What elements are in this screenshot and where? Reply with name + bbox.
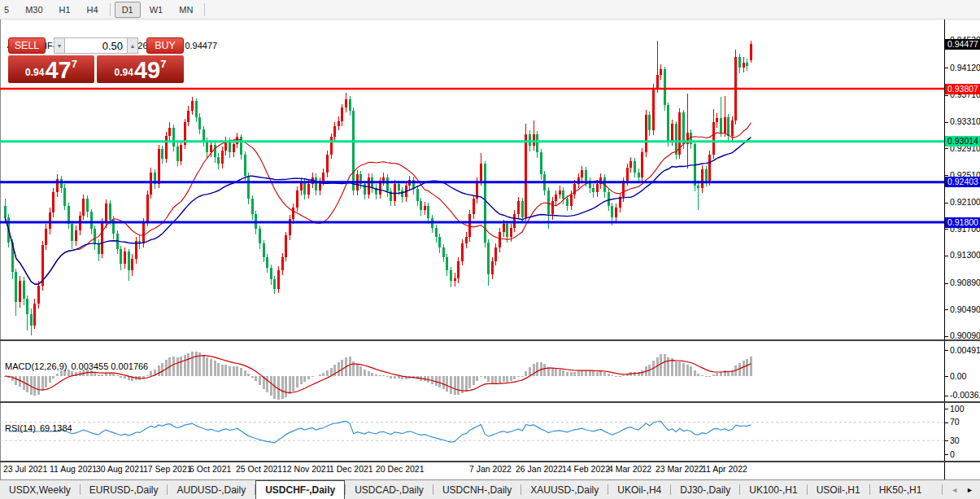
price-axis-tick <box>945 256 948 256</box>
sell-price-big-digits: 47 <box>45 59 71 81</box>
date-axis-label: 6 Oct 2021 <box>189 464 231 474</box>
toolbar-separator <box>110 3 111 16</box>
rsi-axis-label: 0 <box>950 450 955 459</box>
buy-price-big-digits: 49 <box>134 59 160 81</box>
date-axis-label: 23 Jul 2021 <box>3 464 47 474</box>
rsi-indicator-pane[interactable] <box>0 403 944 461</box>
chart-tab-hk50h1[interactable]: HK50-,H1 <box>870 480 931 499</box>
chart-tab-usdcnhdaily[interactable]: USDCNH-,Daily <box>433 480 520 499</box>
chart-tab-audusddaily[interactable]: AUDUSD-,Daily <box>168 480 255 499</box>
chart-tab-uk100h1[interactable]: UK100-,H1 <box>740 480 806 499</box>
date-axis-label: 11 Aug 2021 <box>50 464 97 474</box>
tab-separator <box>942 484 943 495</box>
rsi-axis-tick <box>945 440 948 441</box>
price-line-badge: 0.93807 <box>945 84 980 94</box>
volume-spinner: ▼ ▲ <box>54 37 138 54</box>
date-axis-label: 7 Jan 2022 <box>469 464 512 474</box>
chart-tab-ukoilh4[interactable]: UKOil-,H4 <box>608 480 670 499</box>
chart-tab-usdcaddaily[interactable]: USDCAD-,Daily <box>346 480 433 499</box>
macd-axis-label: 0.004913 <box>950 346 980 355</box>
trading-platform-window: 5M30H1H4D1W1MN ▲USDCHF-,Daily 0.94236 0.… <box>0 0 980 499</box>
price-axis-tick <box>945 309 948 310</box>
volume-input[interactable] <box>65 37 127 54</box>
price-axis-label: 0.93310 <box>950 117 980 126</box>
date-axis-label: 14 Feb 2022 <box>562 464 610 474</box>
price-axis-tick <box>945 283 948 284</box>
timeframe-button-w1[interactable]: W1 <box>142 2 171 18</box>
rsi-axis-label: 30 <box>950 436 960 445</box>
volume-increase-button[interactable]: ▲ <box>127 37 138 54</box>
price-axis-label: 0.90490 <box>950 305 980 314</box>
date-axis-label: 4 Mar 2022 <box>608 464 651 474</box>
date-axis-label: 26 Jan 2022 <box>516 464 563 474</box>
date-axis-label: 1 Dec 2021 <box>329 464 373 474</box>
pane-splitter-main-macd[interactable] <box>0 339 980 341</box>
price-axis-tick <box>945 175 948 176</box>
date-axis-label: 25 Oct 2021 <box>236 464 282 474</box>
price-axis-tick <box>945 68 948 68</box>
pane-splitter-macd-rsi[interactable] <box>0 401 980 403</box>
price-axis-tick <box>945 203 948 204</box>
macd-axis-tick <box>945 376 948 377</box>
price-line-badge: 0.91800 <box>945 217 980 228</box>
timeframe-button-h1[interactable]: H1 <box>52 2 78 18</box>
price-axis-tick <box>945 336 948 337</box>
price-axis-tick <box>945 95 948 96</box>
timeframe-button-mn[interactable]: MN <box>172 2 200 18</box>
sell-price-tile[interactable]: 0.94 47 7 <box>8 55 94 83</box>
price-axis-tick <box>945 148 948 149</box>
rsi-axis-label: 100 <box>950 405 965 414</box>
sell-button[interactable]: SELL <box>8 37 46 54</box>
tab-scroll-controls: ◄► <box>942 480 980 499</box>
chart-tab-dj30daily[interactable]: DJ30-,Daily <box>671 480 739 499</box>
price-axis-label: 0.91300 <box>950 251 980 260</box>
rsi-value: 69.1384 <box>40 423 72 433</box>
timeframe-button-m30[interactable]: M30 <box>18 2 50 18</box>
price-axis-tick <box>945 122 948 123</box>
buy-price-tile[interactable]: 0.94 49 7 <box>97 55 184 83</box>
sell-price-prefix: 0.94 <box>25 67 44 78</box>
pane-splitter-rsi-dates[interactable] <box>0 461 980 462</box>
tab-scroll-right-icon[interactable]: ► <box>966 486 973 494</box>
chart-tab-bar: USDX,WeeklyEURUSD-,DailyAUDUSD-,DailyUSD… <box>0 479 980 499</box>
date-axis-label: 20 Dec 2021 <box>376 464 425 474</box>
tab-scroll-left-icon[interactable]: ◄ <box>951 486 958 494</box>
rsi-axis-tick <box>945 422 948 423</box>
date-axis-label: 12 Nov 2021 <box>282 464 331 474</box>
chart-tab-usdxweekly[interactable]: USDX,Weekly <box>0 480 80 499</box>
timeframe-toolbar: 5M30H1H4D1W1MN <box>0 0 980 20</box>
date-axis-label: 17 Sep 2021 <box>143 464 192 474</box>
buy-price-pip-digit: 7 <box>160 58 166 70</box>
price-axis-label: 0.92100 <box>950 198 980 207</box>
current-price-badge: 0.94477 <box>945 39 980 50</box>
timeframe-button-d1[interactable]: D1 <box>115 2 141 18</box>
date-axis-label: 30 Aug 2021 <box>96 464 144 474</box>
date-axis-label: 11 Apr 2022 <box>702 464 747 474</box>
macd-values: 0.003455 0.001766 <box>71 361 148 371</box>
chart-tab-usoilh1[interactable]: USOil-,H1 <box>808 480 869 499</box>
macd-axis-tick <box>945 396 948 396</box>
chart-tab-xauusddaily[interactable]: XAUUSD-,Daily <box>521 480 608 499</box>
buy-price-prefix: 0.94 <box>115 67 133 78</box>
timeframe-button-h4[interactable]: H4 <box>80 2 106 18</box>
macd-axis-label: -0.00361 <box>950 391 980 400</box>
macd-axis-label: 0.00 <box>950 372 966 381</box>
volume-decrease-button[interactable]: ▼ <box>54 37 65 54</box>
price-axis-label: 0.94120 <box>950 63 980 72</box>
toolbar-separator <box>204 3 205 16</box>
sell-price-pip-digit: 7 <box>72 58 77 70</box>
price-line-badge: 0.92403 <box>945 177 980 187</box>
rsi-axis-tick <box>945 409 948 409</box>
rsi-indicator-label: RSI(14)69.1384 <box>5 423 76 433</box>
price-axis-tick <box>945 229 948 230</box>
chart-tab-usdchfdaily[interactable]: USDCHF-,Daily <box>255 480 345 499</box>
price-line-badge: 0.93014 <box>945 136 980 147</box>
chart-tab-eurusddaily[interactable]: EURUSD-,Daily <box>81 480 168 499</box>
date-axis-label: 23 Mar 2022 <box>656 464 703 474</box>
macd-indicator-pane[interactable] <box>0 341 944 401</box>
one-click-trading-panel: SELL ▼ ▲ BUY 0.94 47 7 0.94 49 7 <box>8 37 184 83</box>
rsi-axis-label: 70 <box>950 418 960 427</box>
macd-indicator-label: MACD(12,26,9)0.003455 0.001766 <box>5 361 152 371</box>
timeframe-button-5[interactable]: 5 <box>0 2 16 18</box>
buy-button[interactable]: BUY <box>146 37 184 54</box>
